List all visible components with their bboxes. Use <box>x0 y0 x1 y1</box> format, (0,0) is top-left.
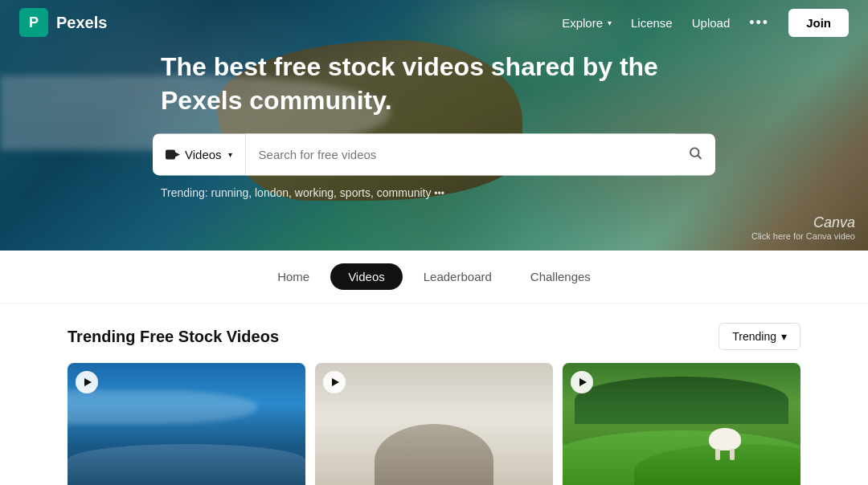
video-icon <box>166 149 180 161</box>
play-button[interactable] <box>571 371 593 393</box>
search-input[interactable] <box>246 134 675 176</box>
cow-decoration <box>709 428 741 450</box>
search-type-button[interactable]: Videos ▾ <box>153 134 246 176</box>
svg-rect-0 <box>166 150 175 160</box>
video-thumbnail <box>68 363 305 485</box>
play-icon <box>579 378 587 386</box>
tab-challenges[interactable]: Challenges <box>513 263 608 290</box>
more-options-icon[interactable]: ••• <box>749 14 769 31</box>
svg-line-3 <box>698 155 701 158</box>
logo-icon: P <box>19 8 48 37</box>
upload-nav[interactable]: Upload <box>692 16 731 30</box>
trending-sports[interactable]: sports <box>340 187 371 200</box>
canva-badge[interactable]: Canva Click here for Canva video <box>751 214 855 241</box>
trees-decoration <box>575 377 788 424</box>
license-nav[interactable]: License <box>631 16 673 30</box>
tab-videos[interactable]: Videos <box>330 263 403 290</box>
trending-community[interactable]: community <box>377 187 432 200</box>
search-icon <box>688 145 702 160</box>
explore-nav[interactable]: Explore ▾ <box>562 16 612 30</box>
search-bar: Videos ▾ <box>153 134 715 176</box>
join-button[interactable]: Join <box>788 9 849 37</box>
video-grid <box>68 363 800 485</box>
chevron-down-icon: ▾ <box>608 18 612 27</box>
section-title: Trending Free Stock Videos <box>68 328 279 346</box>
section-header: Trending Free Stock Videos Trending ▾ <box>68 323 800 350</box>
site-header: P Pexels Explore ▾ License Upload ••• Jo… <box>0 0 868 45</box>
trending-working[interactable]: working <box>295 187 334 200</box>
hero-title: The best free stock videos shared by the… <box>153 51 715 117</box>
video-card[interactable] <box>68 363 305 485</box>
nav-tabs: Home Videos Leaderboard Challenges <box>0 251 868 304</box>
hero-section: P Pexels Explore ▾ License Upload ••• Jo… <box>0 0 868 251</box>
video-thumbnail <box>315 363 553 485</box>
tab-leaderboard[interactable]: Leaderboard <box>406 263 510 290</box>
video-card[interactable] <box>315 363 553 485</box>
video-card[interactable] <box>563 363 800 485</box>
canva-logo: Canva <box>751 214 855 231</box>
sort-dropdown[interactable]: Trending ▾ <box>719 323 800 350</box>
canva-cta: Click here for Canva video <box>751 231 855 241</box>
play-icon <box>84 378 92 386</box>
trending-running[interactable]: running <box>211 187 249 200</box>
play-button[interactable] <box>323 371 346 393</box>
search-button[interactable] <box>675 134 715 176</box>
header-nav: Explore ▾ License Upload ••• Join <box>562 9 849 37</box>
trending-more-icon[interactable]: ••• <box>434 189 444 200</box>
play-icon <box>332 378 339 386</box>
trending-london[interactable]: london <box>255 187 289 200</box>
content-section: Trending Free Stock Videos Trending ▾ <box>0 304 868 485</box>
svg-marker-1 <box>175 153 180 157</box>
hero-content: The best free stock videos shared by the… <box>153 51 715 199</box>
tab-home[interactable]: Home <box>260 263 327 290</box>
logo-name: Pexels <box>56 14 107 32</box>
svg-point-2 <box>690 148 699 157</box>
trending-row: Trending: running, london, working, spor… <box>153 187 715 200</box>
play-button[interactable] <box>76 371 98 393</box>
chevron-down-icon: ▾ <box>228 150 232 159</box>
chevron-down-icon: ▾ <box>781 330 787 343</box>
logo-area: P Pexels <box>19 8 107 37</box>
video-thumbnail <box>563 363 800 485</box>
